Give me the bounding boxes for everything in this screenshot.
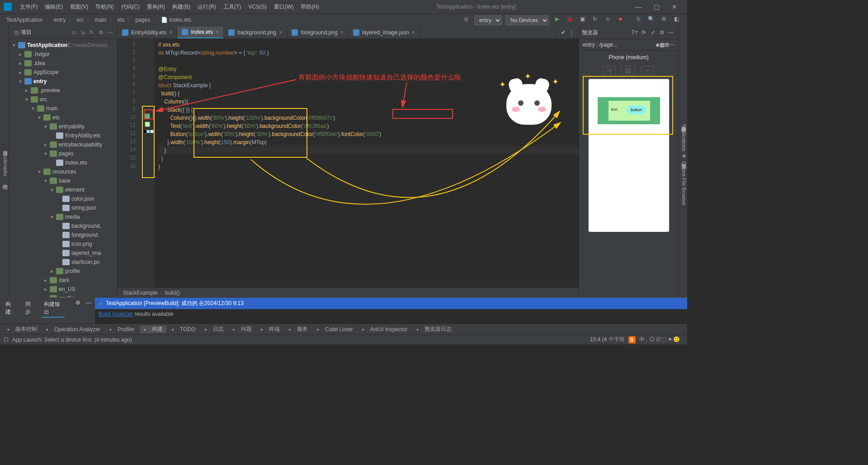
tree-node[interactable]: background. xyxy=(9,221,117,230)
menu-item[interactable]: 文件(F) xyxy=(16,4,41,10)
menu-item[interactable]: 运行(R) xyxy=(194,4,220,10)
more-icon[interactable]: ⋯ xyxy=(669,42,675,48)
bottom-tool[interactable]: ▪Operation Analyzer xyxy=(42,326,104,333)
font-icon[interactable]: Tᴛ xyxy=(630,29,639,36)
preview-tab[interactable]: ✔ ⋮ xyxy=(556,27,579,38)
tree-node[interactable]: ▸.hvigor xyxy=(9,50,117,59)
tree-node[interactable]: ▾entryability xyxy=(9,122,117,131)
hide-icon[interactable]: — xyxy=(105,29,114,36)
build-settings-icon[interactable]: ⚙ xyxy=(75,300,80,306)
breadcrumb-item[interactable]: entry xyxy=(52,17,68,23)
tree-node[interactable]: icon.png xyxy=(9,240,117,249)
collapse-icon[interactable]: ⇱ xyxy=(87,29,96,36)
profile-button[interactable]: ↻ xyxy=(590,16,600,25)
gear-icon[interactable]: ⚙ xyxy=(657,29,666,36)
tree-node[interactable]: ▾TestApplication E:\nana\Desktop... xyxy=(9,41,117,50)
tree-node[interactable]: ▸entrybackupability xyxy=(9,140,117,149)
bottom-tool[interactable]: ▪TODO xyxy=(168,326,199,333)
bottom-tool[interactable]: ▪日志 xyxy=(201,325,227,333)
minimize-button[interactable]: — xyxy=(629,3,647,10)
tree-node[interactable]: ▾element xyxy=(9,185,117,194)
tree-node[interactable]: layered_ima xyxy=(9,249,117,258)
vcs-button[interactable]: ⎘ xyxy=(633,16,644,25)
bottom-tool[interactable]: ▪版本控制 xyxy=(4,325,41,333)
color-swatch[interactable] xyxy=(145,113,150,119)
color-swatch[interactable] xyxy=(150,130,154,133)
menu-item[interactable]: 构建(B) xyxy=(169,4,194,10)
layers-icon[interactable]: ◈ xyxy=(656,42,660,48)
editor-tab[interactable]: EntryAbility.ets× xyxy=(118,27,177,38)
bottom-tool[interactable]: ▪服务 xyxy=(285,325,311,333)
device-select[interactable]: No Devices xyxy=(505,15,549,25)
editor-tab[interactable]: layered_image.json× xyxy=(349,27,420,38)
locate-icon[interactable]: ⊙ xyxy=(69,29,78,36)
menu-item[interactable]: 视图(V) xyxy=(66,4,92,10)
tree-node[interactable]: ▸dark xyxy=(9,276,117,285)
gear-icon[interactable]: ⚙ xyxy=(96,29,105,36)
breadcrumb-item[interactable]: main xyxy=(93,17,108,23)
breadcrumb-item[interactable]: ets xyxy=(115,17,126,23)
coverage-button[interactable]: ▣ xyxy=(577,16,588,25)
notifications-icon[interactable]: ◧ xyxy=(671,16,682,25)
ime-indicator[interactable]: S xyxy=(628,336,636,343)
bottom-tool[interactable]: ▪预览器日志 xyxy=(413,325,455,333)
tree-node[interactable]: color.json xyxy=(9,194,117,203)
run-config-select[interactable]: entry xyxy=(474,15,502,25)
tree-node[interactable]: string.json xyxy=(9,203,117,212)
breadcrumb-item[interactable]: StackExample xyxy=(123,290,158,296)
tree-node[interactable]: ▸rawfile xyxy=(9,294,117,297)
bottom-tool[interactable]: ▪Profiler xyxy=(106,326,138,333)
menu-item[interactable]: 工具(T) xyxy=(220,4,245,10)
tree-node[interactable]: startIcon.pn xyxy=(9,258,117,267)
tree-node[interactable]: ▾pages xyxy=(9,149,117,158)
tree-node[interactable]: ▾ets xyxy=(9,113,117,122)
build-hide-icon[interactable]: — xyxy=(86,300,91,306)
menu-item[interactable]: 帮助(H) xyxy=(297,4,323,10)
tree-node[interactable]: ▾base xyxy=(9,176,117,185)
tree-node[interactable]: ▸.preview xyxy=(9,86,117,95)
color-swatch[interactable] xyxy=(143,130,146,133)
zoom-icon[interactable]: ⤢ xyxy=(648,29,657,36)
editor-tab[interactable]: Index.ets× xyxy=(177,27,224,38)
project-tree[interactable]: ▾TestApplication E:\nana\Desktop...▸.hvi… xyxy=(9,39,117,297)
build-tab-output[interactable]: 构建输出 xyxy=(42,300,65,318)
hide-icon[interactable]: — xyxy=(666,29,675,36)
tree-node[interactable]: ▸AppScope xyxy=(9,68,117,77)
bottom-tool[interactable]: ▪终端 xyxy=(257,325,283,333)
color-swatch[interactable] xyxy=(146,130,150,133)
breadcrumb-item[interactable]: build() xyxy=(165,290,180,296)
target-icon[interactable]: ◎ xyxy=(461,16,472,25)
tree-node[interactable]: ▾main xyxy=(9,104,117,113)
code-editor[interactable]: 12345678910111213141516 // xxx.etslet MT… xyxy=(118,39,579,287)
bottom-tool[interactable]: ▪Code Linter xyxy=(313,326,357,333)
tree-node[interactable]: ▸profile xyxy=(9,267,117,276)
tree-node[interactable]: ▾entry xyxy=(9,77,117,86)
menu-item[interactable]: 窗口(W) xyxy=(270,4,297,10)
menu-item[interactable]: 代码(C) xyxy=(118,4,143,10)
menu-item[interactable]: 重构(R) xyxy=(143,4,169,10)
tree-node[interactable]: Index.ets xyxy=(9,158,117,167)
tree-node[interactable]: ▾src xyxy=(9,95,117,104)
menu-item[interactable]: VCS(S) xyxy=(245,4,270,10)
nav-home[interactable]: ▯▯ xyxy=(621,66,635,75)
menu-item[interactable]: 编辑(E) xyxy=(41,4,66,10)
editor-tab[interactable]: foreground.png× xyxy=(287,27,348,38)
breadcrumb-item[interactable]: TestApplication xyxy=(5,17,45,23)
tree-node[interactable]: ▸.idea xyxy=(9,59,117,68)
project-view-icon[interactable]: ▤ xyxy=(12,29,21,36)
tree-node[interactable]: ▾media xyxy=(9,212,117,221)
tree-node[interactable]: ▾resources xyxy=(9,167,117,176)
bottom-tool[interactable]: ▪ArkUI Inspector xyxy=(359,326,411,333)
attach-button[interactable]: ⎋ xyxy=(602,16,613,25)
refresh-icon[interactable]: ⟳ xyxy=(639,29,648,36)
left-tool-stripe[interactable]: 项目 Bookmarks 结构 xyxy=(0,26,9,297)
code-content[interactable]: // xxx.etslet MTop:Record<string,number>… xyxy=(155,39,579,287)
tree-node[interactable]: foreground. xyxy=(9,230,117,240)
breadcrumb-item[interactable]: 📄 Index.ets xyxy=(159,17,193,23)
settings-icon[interactable]: ⚙ xyxy=(658,16,669,25)
bottom-tool[interactable]: ▪构建 xyxy=(140,325,166,333)
run-button[interactable]: ▶ xyxy=(552,16,562,25)
grid-icon[interactable]: ⊞ xyxy=(665,42,669,48)
bottom-tool[interactable]: ▪问题 xyxy=(229,325,255,333)
tree-node[interactable]: EntryAbility.ets xyxy=(9,131,117,140)
